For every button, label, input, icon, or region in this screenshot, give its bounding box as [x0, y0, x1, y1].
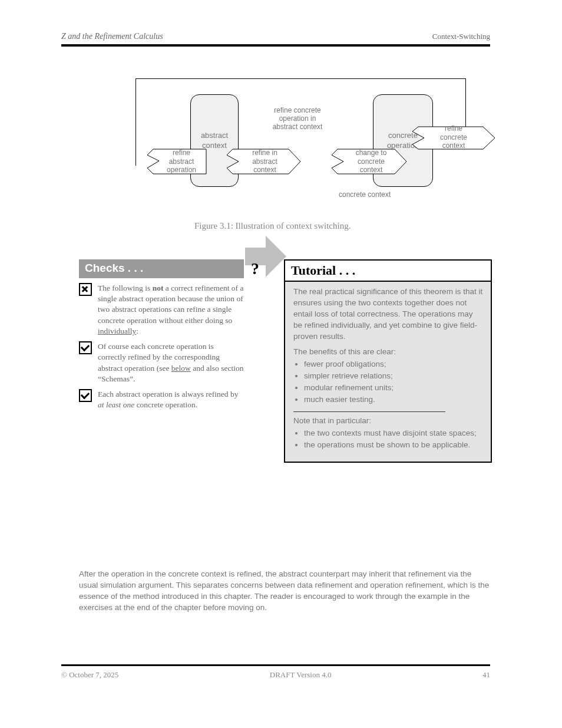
- page-footer: © October 7, 2025 DRAFT Version 4.0 41: [61, 670, 490, 680]
- arrow1-label: refine abstract operation: [167, 149, 196, 174]
- top-rule: [61, 44, 490, 47]
- subsection-title: Context-Switching: [432, 32, 490, 41]
- check-text: Schemas: [101, 374, 130, 383]
- copyright: © October 7, 2025: [61, 670, 118, 680]
- checks-panel: Checks . . . The following is not a corr…: [79, 259, 244, 410]
- running-head: Z and the Refinement Calculus Context-Sw…: [61, 32, 490, 41]
- tutorial-panel: Tutorial . . . The real practical signif…: [284, 259, 492, 463]
- check-text-em: at least one: [98, 400, 134, 409]
- tutorial-paragraph: The benefits of this are clear:: [293, 347, 484, 358]
- page: Z and the Refinement Calculus Context-Sw…: [0, 0, 562, 728]
- check-text: The following is: [98, 284, 153, 292]
- link-below[interactable]: below: [171, 364, 191, 373]
- list-item: fewer proof obligations;: [304, 359, 484, 370]
- tutorial-body: The real practical significance of this …: [285, 282, 491, 462]
- figure-caption: Figure 3.1: Illustration of context swit…: [194, 221, 351, 231]
- check-text: Each abstract operation is always refine…: [98, 390, 238, 398]
- arrow2-label: refine in abstract context: [252, 149, 277, 174]
- body-paragraph: After the operation in the concrete cont…: [79, 569, 491, 614]
- section-title: Z and the Refinement Calculus: [61, 32, 163, 41]
- check-text: a correct refinement: [163, 284, 229, 292]
- arrow3-label: change to concrete context: [356, 149, 387, 174]
- check-text: concrete operation.: [137, 400, 197, 409]
- check-text: ”.: [130, 374, 135, 383]
- check-item-3: Each abstract operation is always refine…: [79, 389, 244, 410]
- tutorial-paragraph: The real practical significance of this …: [293, 286, 484, 342]
- check-text-bold: not: [153, 284, 164, 292]
- bottom-rule: [61, 664, 490, 666]
- draft-version: DRAFT Version 4.0: [270, 670, 332, 680]
- tutorial-heading: Tutorial . . .: [285, 261, 491, 282]
- page-number: 41: [482, 670, 490, 680]
- list-item: modular refinement units;: [304, 383, 484, 394]
- question-mark-icon: ?: [247, 259, 263, 279]
- list-item: much easier testing.: [304, 394, 484, 406]
- list-item: the two contexts must have disjoint stat…: [304, 428, 484, 439]
- check-item-2: Of course each concrete operation is cor…: [79, 341, 244, 384]
- check-text: :: [136, 327, 138, 335]
- concrete-context-label: concrete context: [339, 190, 391, 199]
- tutorial-notes-list: the two contexts must have disjoint stat…: [293, 428, 484, 451]
- divider: [293, 411, 445, 412]
- link-individually[interactable]: individually: [98, 327, 136, 335]
- x-icon: [79, 283, 92, 296]
- context-switch-diagram: abstract context concrete operation refi…: [135, 74, 496, 218]
- list-item: the operations must be shown to be appli…: [304, 440, 484, 451]
- check-icon: [79, 341, 92, 354]
- check-item-1: The following is not a correct refinemen…: [79, 283, 244, 337]
- check-icon: [79, 389, 92, 402]
- arrow4-label: refine concrete context: [440, 124, 467, 150]
- abstract-context-note: refine concrete operation in abstract co…: [250, 106, 345, 131]
- checks-heading: Checks . . .: [79, 259, 244, 278]
- tutorial-note-head: Note that in particular:: [293, 416, 484, 427]
- list-item: simpler retrieve relations;: [304, 371, 484, 382]
- tutorial-benefits-list: fewer proof obligations; simpler retriev…: [293, 359, 484, 406]
